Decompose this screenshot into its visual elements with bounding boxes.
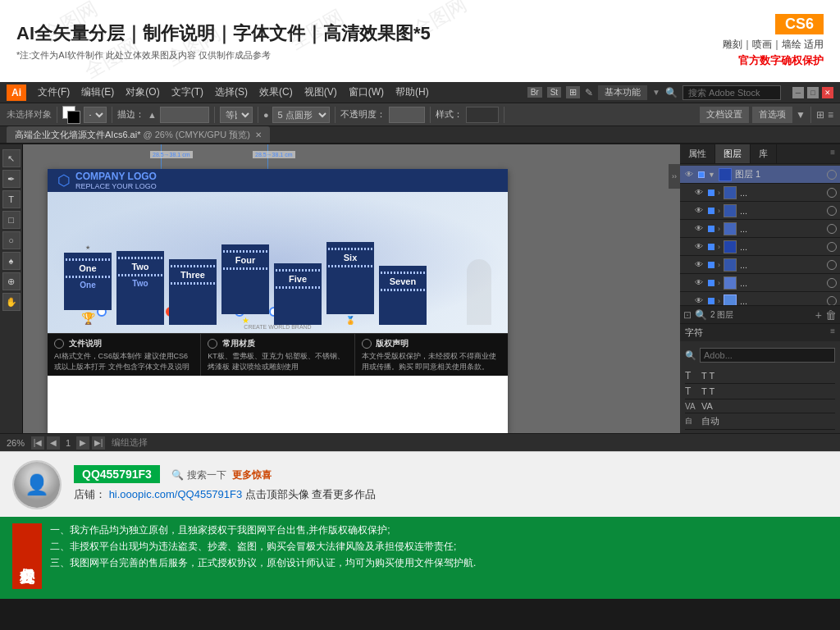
- delete-layer-icon[interactable]: 🗑: [825, 308, 837, 322]
- medal-six: 🏅: [345, 316, 355, 325]
- layer-sub-6[interactable]: 👁 › ...: [680, 274, 840, 292]
- locate-icon[interactable]: 🔍: [695, 309, 707, 321]
- close-button[interactable]: ✕: [822, 87, 833, 98]
- eye-icon-sub4[interactable]: 👁: [693, 241, 705, 253]
- tab-properties[interactable]: 属性: [680, 144, 715, 163]
- shop-url[interactable]: hi.ooopic.com/QQ455791F3: [109, 488, 243, 500]
- add-layer-icon[interactable]: +: [815, 308, 822, 322]
- bridge-icon[interactable]: Br: [527, 87, 542, 98]
- eye-icon-sub5[interactable]: 👁: [693, 259, 705, 271]
- prev-page-btn[interactable]: ◀: [47, 436, 60, 450]
- scale-dropdown[interactable]: 等比: [220, 107, 253, 123]
- eye-icon-img1[interactable]: 👁: [693, 295, 705, 306]
- tab-layers[interactable]: 图层: [715, 144, 751, 163]
- expand-arrow-sub1[interactable]: ›: [718, 189, 720, 197]
- stock-icon[interactable]: St: [547, 87, 561, 98]
- eye-icon-sub1[interactable]: 👁: [693, 187, 705, 199]
- next-page-btn[interactable]: ▶: [76, 436, 89, 450]
- eye-icon-main[interactable]: 👁: [683, 169, 695, 180]
- layer-sub-1[interactable]: 👁 › ...: [680, 184, 840, 202]
- search-icon[interactable]: 🔍: [665, 87, 678, 98]
- eye-icon-sub6[interactable]: 👁: [693, 277, 705, 289]
- milestone-four: Four ★: [221, 244, 269, 325]
- char-panel-menu[interactable]: ≡: [830, 326, 835, 339]
- type-tool[interactable]: T: [2, 190, 21, 208]
- expand-arrow-img1[interactable]: ›: [718, 297, 720, 305]
- menu-window[interactable]: 窗口(W): [344, 84, 389, 101]
- menu-object[interactable]: 对象(O): [121, 84, 164, 101]
- collapse-arrow-icon: ››: [672, 172, 677, 180]
- layer-img1[interactable]: 👁 › ...: [680, 292, 840, 305]
- layer-main[interactable]: 👁 ▼ 图层 1: [680, 166, 840, 184]
- expand-arrow-sub4[interactable]: ›: [718, 243, 720, 251]
- file-tab[interactable]: 高端企业文化墙源文件AIcs6.ai* @ 26% (CMYK/GPU 预览) …: [7, 126, 270, 143]
- layer-thumb-sub5: [724, 258, 737, 272]
- expand-arrow-sub2[interactable]: ›: [718, 207, 720, 215]
- stroke-arrow-up[interactable]: ▲: [148, 110, 157, 120]
- menu-effect[interactable]: 效果(C): [254, 84, 298, 101]
- layer-target-sub4[interactable]: [827, 242, 837, 252]
- layer-sub-4[interactable]: 👁 › ...: [680, 238, 840, 256]
- stroke-value-input[interactable]: 0.353 pt: [160, 107, 209, 123]
- minimize-button[interactable]: ─: [792, 87, 804, 98]
- expand-arrow-sub6[interactable]: ›: [718, 279, 720, 287]
- tab-close-icon[interactable]: ✕: [255, 130, 262, 139]
- points-dropdown[interactable]: 5 点圆形: [272, 107, 330, 123]
- zoom-tool[interactable]: ⊕: [2, 272, 21, 290]
- fill-box[interactable]: [62, 106, 80, 124]
- stroke-dropdown[interactable]: ─: [84, 107, 107, 123]
- expand-arrow-main[interactable]: ▼: [708, 171, 715, 179]
- ellipse-tool[interactable]: ○: [2, 231, 21, 249]
- menu-file[interactable]: 文件(F): [33, 84, 75, 101]
- menu-select[interactable]: 选择(S): [210, 84, 253, 101]
- layer-target-sub3[interactable]: [827, 224, 837, 234]
- layer-target-sub1[interactable]: [827, 188, 837, 198]
- workspace-btn[interactable]: 基本功能: [598, 85, 647, 100]
- layer-target-main[interactable]: [827, 170, 837, 180]
- trophy-one: 🏆: [81, 312, 95, 325]
- workspace-dropdown-icon[interactable]: ▼: [652, 88, 660, 97]
- pen-tool-icon[interactable]: ✎: [585, 87, 593, 98]
- more-icon[interactable]: ≡: [828, 109, 833, 121]
- style-box[interactable]: [466, 107, 499, 123]
- eye-icon-sub2[interactable]: 👁: [693, 205, 705, 217]
- expand-arrow-sub5[interactable]: ›: [718, 261, 720, 269]
- first-page-btn[interactable]: |◀: [31, 436, 44, 450]
- stock-search-input[interactable]: [682, 85, 781, 100]
- rect-tool[interactable]: □: [2, 211, 21, 229]
- layer-sub-2[interactable]: 👁 › ...: [680, 202, 840, 220]
- make-clipping-icon[interactable]: ⊡: [683, 309, 692, 321]
- menu-edit[interactable]: 编辑(E): [76, 84, 119, 101]
- layer-target-sub2[interactable]: [827, 206, 837, 216]
- eye-icon-sub3[interactable]: 👁: [693, 223, 705, 235]
- preferences-button[interactable]: 首选项: [752, 107, 792, 123]
- layer-name-img1: ...: [740, 296, 824, 306]
- pen-tool[interactable]: ✒: [2, 170, 21, 188]
- milestone-six: Six 🏅: [326, 242, 374, 325]
- toolbar-dropdown-icon[interactable]: ▼: [796, 109, 806, 121]
- layer-sub-5[interactable]: 👁 › ...: [680, 256, 840, 274]
- layer-target-img1[interactable]: [827, 296, 837, 306]
- layer-sub-3[interactable]: 👁 › ...: [680, 220, 840, 238]
- last-page-btn[interactable]: ▶|: [92, 436, 105, 450]
- banner-copyright: 官方数字确权保护: [643, 53, 824, 68]
- panel-collapse-btn[interactable]: ››: [669, 164, 680, 189]
- menu-view[interactable]: 视图(V): [299, 84, 342, 101]
- opacity-input[interactable]: 100%: [389, 107, 425, 123]
- menu-help[interactable]: 帮助(H): [390, 84, 434, 101]
- layer-target-sub6[interactable]: [827, 278, 837, 288]
- arrange-icon[interactable]: ⊞: [816, 109, 824, 121]
- expand-arrow-sub3[interactable]: ›: [718, 225, 720, 233]
- maximize-button[interactable]: □: [807, 87, 819, 98]
- brush-tool[interactable]: ♠: [2, 252, 21, 270]
- layer-target-sub5[interactable]: [827, 260, 837, 270]
- tab-library[interactable]: 库: [751, 144, 777, 163]
- workspace-grid-icon[interactable]: ⊞: [566, 86, 580, 98]
- menu-text[interactable]: 文字(T): [167, 84, 208, 101]
- panel-menu-icon[interactable]: ≡: [825, 144, 840, 163]
- doc-settings-button[interactable]: 文档设置: [700, 107, 749, 123]
- milestone-seven: Seven: [379, 266, 427, 325]
- selection-tool[interactable]: ↖: [2, 149, 21, 167]
- hand-tool[interactable]: ✋: [2, 293, 21, 311]
- char-search-input[interactable]: [700, 348, 835, 363]
